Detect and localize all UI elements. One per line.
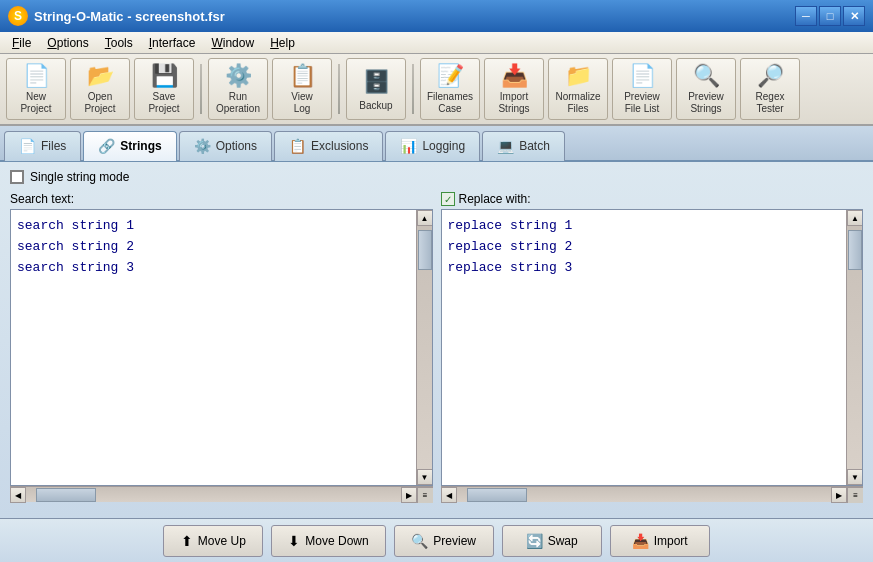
title-bar: S String-O-Matic - screenshot.fsr ─ □ ✕ (0, 0, 873, 32)
view-log-button[interactable]: 📋 ViewLog (272, 58, 332, 120)
preview-strings-icon: 🔍 (690, 63, 722, 89)
preview-button[interactable]: 🔍 Preview (394, 525, 494, 557)
new-project-button[interactable]: 📄 NewProject (6, 58, 66, 120)
normalize-files-label: NormalizeFiles (555, 91, 600, 115)
tab-logging[interactable]: 📊 Logging (385, 131, 480, 161)
single-string-label: Single string mode (30, 170, 129, 184)
replace-scrollbar-h: ◀ ▶ ≡ (441, 486, 864, 502)
replace-scroll-down[interactable]: ▼ (847, 469, 863, 485)
menu-help[interactable]: Help (262, 34, 303, 52)
replace-scroll-h-thumb[interactable] (467, 488, 527, 502)
menu-tools[interactable]: Tools (97, 34, 141, 52)
move-down-button[interactable]: ⬇ Move Down (271, 525, 385, 557)
save-project-icon: 💾 (148, 63, 180, 89)
search-scroll-thumb[interactable] (418, 230, 432, 270)
move-up-label: Move Up (198, 534, 246, 548)
tab-files[interactable]: 📄 Files (4, 131, 81, 161)
single-string-checkbox[interactable] (10, 170, 24, 184)
search-panel: Search text: search string 1 search stri… (10, 192, 433, 502)
replace-label: ✓ Replace with: (441, 192, 864, 206)
filenames-case-icon: 📝 (434, 63, 466, 89)
filenames-case-label: FilenamesCase (427, 91, 473, 115)
search-scroll-down[interactable]: ▼ (417, 469, 433, 485)
files-tab-icon: 📄 (19, 138, 36, 154)
bottom-bar: ⬆ Move Up ⬇ Move Down 🔍 Preview 🔄 Swap 📥… (0, 518, 873, 562)
swap-label: Swap (548, 534, 578, 548)
swap-icon: 🔄 (526, 533, 543, 549)
menu-interface[interactable]: Interface (141, 34, 204, 52)
search-scroll-right[interactable]: ▶ (401, 487, 417, 503)
preview-file-list-button[interactable]: 📄 PreviewFile List (612, 58, 672, 120)
replace-scroll-track[interactable] (847, 226, 862, 469)
import-strings-button[interactable]: 📥 ImportStrings (484, 58, 544, 120)
replace-scroll-h-track[interactable] (457, 487, 832, 502)
replace-scroll-up[interactable]: ▲ (847, 210, 863, 226)
toolbar-separator-2 (338, 64, 340, 114)
logging-tab-icon: 📊 (400, 138, 417, 154)
menu-window[interactable]: Window (203, 34, 262, 52)
tabs-bar: 📄 Files 🔗 Strings ⚙️ Options 📋 Exclusion… (0, 126, 873, 162)
tab-options[interactable]: ⚙️ Options (179, 131, 272, 161)
search-textarea[interactable]: search string 1 search string 2 search s… (11, 210, 416, 485)
toolbar: 📄 NewProject 📂 OpenProject 💾 SaveProject… (0, 54, 873, 126)
text-areas-row: Search text: search string 1 search stri… (10, 192, 863, 502)
preview-strings-button[interactable]: 🔍 PreviewStrings (676, 58, 736, 120)
import-strings-icon: 📥 (498, 63, 530, 89)
search-scroll-up[interactable]: ▲ (417, 210, 433, 226)
view-log-label: ViewLog (291, 91, 313, 115)
regex-tester-icon: 🔎 (754, 63, 786, 89)
move-down-label: Move Down (305, 534, 368, 548)
replace-scroll-right[interactable]: ▶ (831, 487, 847, 503)
search-scroll-left[interactable]: ◀ (10, 487, 26, 503)
search-scrollbar-v[interactable]: ▲ ▼ (416, 210, 432, 485)
exclusions-tab-icon: 📋 (289, 138, 306, 154)
replace-scrollbar-v[interactable]: ▲ ▼ (846, 210, 862, 485)
tab-exclusions[interactable]: 📋 Exclusions (274, 131, 383, 161)
replace-textarea[interactable]: replace string 1 replace string 2 replac… (442, 210, 847, 485)
run-operation-button[interactable]: ⚙️ RunOperation (208, 58, 268, 120)
toolbar-separator-1 (200, 64, 202, 114)
strings-tab-icon: 🔗 (98, 138, 115, 154)
backup-icon: 🗄️ (360, 66, 392, 98)
save-project-label: SaveProject (148, 91, 179, 115)
close-button[interactable]: ✕ (843, 6, 865, 26)
replace-scroll-thumb[interactable] (848, 230, 862, 270)
backup-button[interactable]: 🗄️ Backup (346, 58, 406, 120)
open-project-button[interactable]: 📂 OpenProject (70, 58, 130, 120)
search-textarea-wrapper: search string 1 search string 2 search s… (10, 209, 433, 486)
swap-button[interactable]: 🔄 Swap (502, 525, 602, 557)
menu-options[interactable]: Options (39, 34, 96, 52)
new-project-icon: 📄 (20, 63, 52, 89)
search-scroll-h-thumb[interactable] (36, 488, 96, 502)
search-corner: ≡ (417, 487, 433, 503)
search-label-text: Search text: (10, 192, 74, 206)
view-log-icon: 📋 (286, 63, 318, 89)
preview-strings-label: PreviewStrings (688, 91, 724, 115)
tab-exclusions-label: Exclusions (311, 139, 368, 153)
move-up-button[interactable]: ⬆ Move Up (163, 525, 263, 557)
replace-textarea-wrapper: replace string 1 replace string 2 replac… (441, 209, 864, 486)
save-project-button[interactable]: 💾 SaveProject (134, 58, 194, 120)
preview-label: Preview (433, 534, 476, 548)
run-operation-label: RunOperation (216, 91, 260, 115)
new-project-label: NewProject (20, 91, 51, 115)
import-label: Import (654, 534, 688, 548)
maximize-button[interactable]: □ (819, 6, 841, 26)
open-project-label: OpenProject (84, 91, 115, 115)
minimize-button[interactable]: ─ (795, 6, 817, 26)
search-label: Search text: (10, 192, 433, 206)
import-icon: 📥 (632, 533, 649, 549)
replace-checkbox[interactable]: ✓ (441, 192, 455, 206)
regex-tester-button[interactable]: 🔎 RegexTester (740, 58, 800, 120)
menu-file[interactable]: File (4, 34, 39, 52)
search-scroll-track[interactable] (417, 226, 432, 469)
batch-tab-icon: 💻 (497, 138, 514, 154)
replace-scroll-left[interactable]: ◀ (441, 487, 457, 503)
filenames-case-button[interactable]: 📝 FilenamesCase (420, 58, 480, 120)
single-string-row: Single string mode (10, 170, 863, 184)
search-scroll-h-track[interactable] (26, 487, 401, 502)
tab-strings[interactable]: 🔗 Strings (83, 131, 176, 161)
import-button[interactable]: 📥 Import (610, 525, 710, 557)
tab-batch[interactable]: 💻 Batch (482, 131, 565, 161)
normalize-files-button[interactable]: 📁 NormalizeFiles (548, 58, 608, 120)
